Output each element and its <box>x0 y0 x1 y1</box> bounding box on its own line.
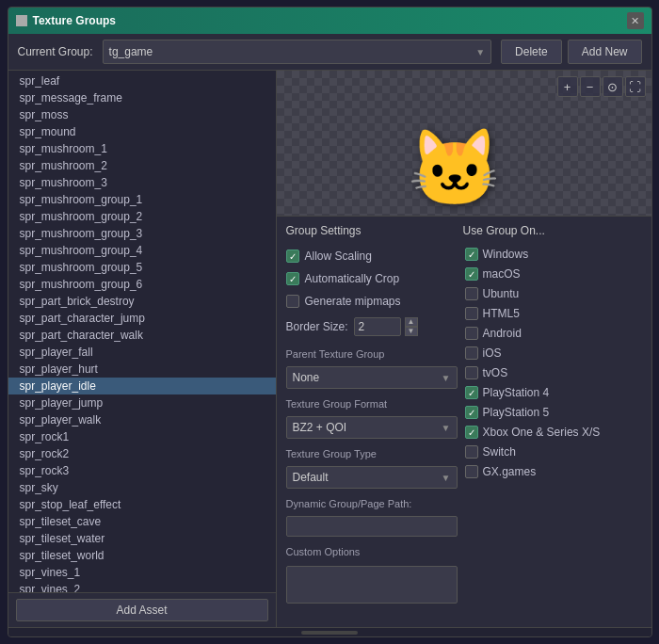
custom-options-textarea[interactable] <box>286 566 458 604</box>
sprite-preview: 🐱 <box>408 131 502 206</box>
resize-handle[interactable] <box>301 631 358 635</box>
zoom-reset-button[interactable]: ⊙ <box>603 76 623 97</box>
spin-down-button[interactable]: ▼ <box>405 327 418 336</box>
texture-format-label: Texture Group Format <box>286 398 458 410</box>
platform-checkbox[interactable] <box>465 465 478 478</box>
platform-label: PlayStation 4 <box>483 386 550 399</box>
border-size-spinner: ▲ ▼ <box>405 317 418 336</box>
texture-format-dropdown[interactable]: BZ2 + QOI ▼ <box>286 416 458 439</box>
border-size-row: Border Size: 2 ▲ ▼ <box>286 314 458 339</box>
platform-checkbox[interactable] <box>465 287 478 300</box>
border-size-input[interactable]: 2 <box>354 317 401 336</box>
list-item[interactable]: spr_player_fall <box>8 344 276 361</box>
auto-crop-checkbox[interactable] <box>286 272 299 285</box>
auto-crop-label: Automatically Crop <box>305 272 400 285</box>
dynamic-path-label: Dynamic Group/Page Path: <box>286 498 458 509</box>
toolbar: Current Group: tg_game ▼ Delete Add New <box>8 34 651 71</box>
fullscreen-button[interactable]: ⛶ <box>625 76 646 97</box>
list-item[interactable]: spr_mushroom_group_5 <box>8 259 276 276</box>
platform-checkbox[interactable] <box>465 327 478 340</box>
platform-checkbox[interactable] <box>465 386 478 399</box>
settings-columns: Group Settings Allow Scaling Automatical… <box>286 224 642 620</box>
platform-checkbox[interactable] <box>465 445 478 459</box>
texture-groups-window: Texture Groups ✕ Current Group: tg_game … <box>8 7 652 637</box>
delete-button[interactable]: Delete <box>501 40 562 64</box>
platform-checkbox[interactable] <box>465 406 478 419</box>
list-item[interactable]: spr_vines_2 <box>8 581 276 592</box>
platform-checkbox[interactable] <box>465 346 478 360</box>
current-group-dropdown[interactable]: tg_game ▼ <box>103 40 492 64</box>
list-item[interactable]: spr_player_hurt <box>8 361 276 378</box>
platform-checkbox[interactable] <box>465 267 478 281</box>
list-item[interactable]: spr_mushroom_group_1 <box>8 191 276 208</box>
list-item[interactable]: spr_mushroom_2 <box>8 157 276 174</box>
parent-texture-label: Parent Texture Group <box>286 348 458 360</box>
list-item[interactable]: spr_mound <box>8 123 276 140</box>
texture-type-dropdown[interactable]: Default ▼ <box>286 466 458 489</box>
list-item[interactable]: spr_tileset_world <box>8 547 276 564</box>
toolbar-buttons: Delete Add New <box>501 40 641 64</box>
platform-checkbox[interactable] <box>465 426 478 439</box>
list-item[interactable]: spr_player_jump <box>8 394 276 411</box>
list-item[interactable]: spr_message_frame <box>8 89 276 106</box>
texture-format-arrow-icon: ▼ <box>442 423 451 433</box>
list-item[interactable]: spr_part_character_walk <box>8 327 276 344</box>
border-size-value: 2 <box>359 320 365 333</box>
auto-crop-row: Automatically Crop <box>286 269 458 288</box>
platform-row: macOS <box>463 266 642 282</box>
list-item[interactable]: spr_rock3 <box>8 462 276 479</box>
add-new-button[interactable]: Add New <box>568 40 642 64</box>
generate-mipmaps-label: Generate mipmaps <box>305 295 401 308</box>
right-panel: 🐱 + − ⊙ ⛶ Group Settings Allow Sc <box>277 71 651 627</box>
add-asset-button[interactable]: Add Asset <box>16 599 268 621</box>
list-item[interactable]: spr_mushroom_group_6 <box>8 276 276 293</box>
list-item[interactable]: spr_vines_1 <box>8 564 276 581</box>
list-item[interactable]: spr_leaf <box>8 72 276 89</box>
zoom-in-button[interactable]: + <box>557 76 578 97</box>
list-item[interactable]: spr_moss <box>8 106 276 123</box>
window-icon <box>16 15 27 26</box>
spin-up-button[interactable]: ▲ <box>405 317 418 327</box>
list-item[interactable]: spr_player_walk <box>8 411 276 428</box>
list-item[interactable]: spr_mushroom_1 <box>8 140 276 157</box>
close-button[interactable]: ✕ <box>627 12 644 29</box>
zoom-out-button[interactable]: − <box>580 76 601 97</box>
list-item[interactable]: spr_part_character_jump <box>8 310 276 327</box>
platform-row: iOS <box>463 345 642 362</box>
list-item[interactable]: spr_sky <box>8 479 276 496</box>
platform-checkbox[interactable] <box>465 307 478 320</box>
platform-row: HTML5 <box>463 305 642 322</box>
allow-scaling-checkbox[interactable] <box>286 250 299 263</box>
window-title: Texture Groups <box>33 14 116 27</box>
list-item[interactable]: spr_part_brick_destroy <box>8 293 276 310</box>
list-item[interactable]: spr_tileset_cave <box>8 513 276 530</box>
sprite-list[interactable]: spr_leafspr_message_framespr_mossspr_mou… <box>8 71 276 592</box>
allow-scaling-label: Allow Scaling <box>305 250 372 263</box>
platform-row: Ubuntu <box>463 285 642 302</box>
parent-texture-dropdown[interactable]: None ▼ <box>286 366 458 389</box>
list-item[interactable]: spr_stop_leaf_effect <box>8 496 276 513</box>
texture-type-value: Default <box>293 471 329 484</box>
list-item[interactable]: spr_mushroom_group_3 <box>8 225 276 242</box>
list-item[interactable]: spr_rock1 <box>8 428 276 445</box>
content-area: spr_leafspr_message_framespr_mossspr_mou… <box>8 71 651 627</box>
platform-label: Xbox One & Series X/S <box>483 426 601 439</box>
dynamic-path-input[interactable] <box>286 516 458 537</box>
list-item[interactable]: spr_mushroom_3 <box>8 174 276 191</box>
platform-label: iOS <box>483 346 502 360</box>
list-item[interactable]: spr_player_idle <box>8 378 276 394</box>
list-item[interactable]: spr_rock2 <box>8 445 276 462</box>
left-panel: spr_leafspr_message_framespr_mossspr_mou… <box>8 71 277 627</box>
platform-row: PlayStation 4 <box>463 384 642 401</box>
platform-checkbox[interactable] <box>465 248 478 261</box>
preview-controls: + − ⊙ ⛶ <box>557 76 646 97</box>
platform-label: Switch <box>483 445 516 459</box>
platform-label: GX.games <box>483 465 537 478</box>
platform-row: GX.games <box>463 463 642 480</box>
generate-mipmaps-checkbox[interactable] <box>286 295 299 308</box>
platform-checkbox[interactable] <box>465 366 478 379</box>
platform-row: Switch <box>463 443 642 460</box>
list-item[interactable]: spr_mushroom_group_4 <box>8 242 276 259</box>
list-item[interactable]: spr_tileset_water <box>8 530 276 547</box>
list-item[interactable]: spr_mushroom_group_2 <box>8 208 276 225</box>
